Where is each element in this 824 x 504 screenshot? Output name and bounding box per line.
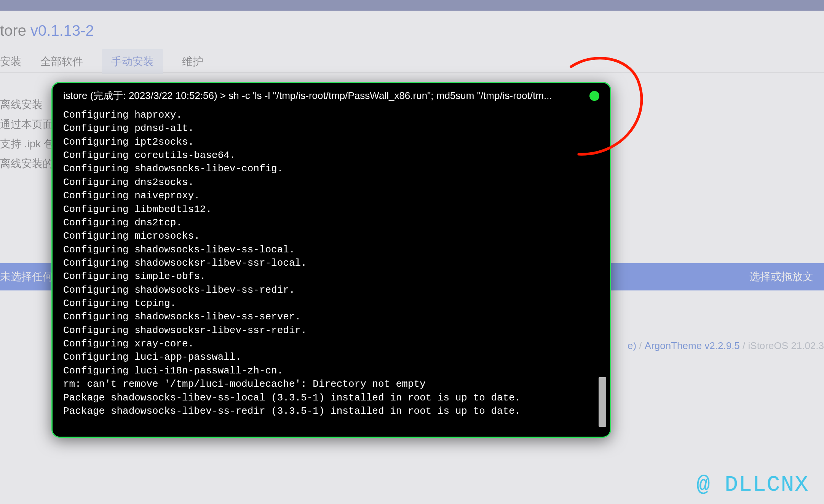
tabs-strip: 安装 全部软件 手动安装 维护 xyxy=(0,51,824,73)
app-name: tore xyxy=(0,22,26,39)
tab-installed[interactable]: 安装 xyxy=(0,54,21,69)
app-version: v0.1.13-2 xyxy=(30,22,94,39)
window-topbar xyxy=(0,0,824,11)
status-indicator-icon[interactable] xyxy=(589,91,599,101)
watermark-text: @ DLLCNX xyxy=(697,472,809,497)
footer-os-version: iStoreOS 21.02.3 xyxy=(748,340,824,351)
footer-sep: / xyxy=(743,340,748,351)
scrollbar-thumb[interactable] xyxy=(599,377,606,427)
tab-maintenance[interactable]: 维护 xyxy=(182,54,203,69)
footer-theme-link[interactable]: ArgonTheme v2.2.9.5 xyxy=(645,340,740,351)
terminal-modal: istore (完成于: 2023/3/22 10:52:56) > sh -c… xyxy=(51,82,611,438)
tab-all-software[interactable]: 全部软件 xyxy=(40,54,83,69)
terminal-output[interactable]: Configuring haproxy. Configuring pdnsd-a… xyxy=(53,106,610,436)
upload-action-text: 选择或拖放文 xyxy=(749,270,813,284)
tab-manual-install[interactable]: 手动安装 xyxy=(102,49,163,74)
footer-sep: / xyxy=(639,340,644,351)
footer-link-fragment[interactable]: e) xyxy=(628,340,636,351)
terminal-header: istore (完成于: 2023/3/22 10:52:56) > sh -c… xyxy=(53,83,610,106)
terminal-title: istore (完成于: 2023/3/22 10:52:56) > sh -c… xyxy=(63,89,552,102)
page-title-bar: tore v0.1.13-2 xyxy=(0,11,824,51)
